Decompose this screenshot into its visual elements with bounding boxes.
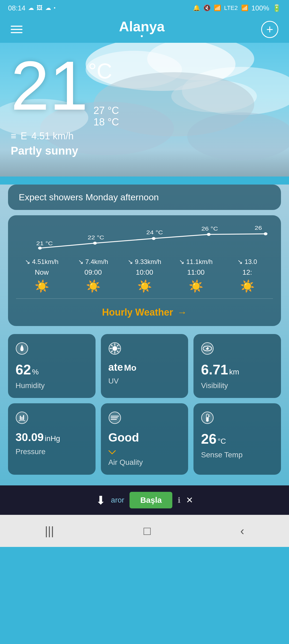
uv-icon: [108, 342, 181, 358]
svg-point-18: [264, 232, 268, 235]
status-bar: 08:14 ☁ 🖼 ☁ • 🔔 🔇 📶 LTE2 📶 100% 🔋: [0, 0, 289, 16]
humidity-value-row: 62 %: [16, 362, 88, 378]
visibility-icon: [201, 342, 273, 358]
hourly-icon-4: ☀️: [240, 279, 255, 293]
hourly-icon-0: ☀️: [35, 279, 49, 293]
hourly-time-2: 10:00: [136, 268, 153, 277]
hourly-wind-0: ↘ 4.51km/h: [25, 258, 58, 266]
signal-icon: 📶: [241, 5, 248, 11]
svg-rect-37: [23, 415, 24, 420]
svg-rect-36: [21, 417, 22, 420]
svg-point-15: [93, 242, 97, 245]
wind-row: ≡ E 4.51 km/h: [11, 131, 278, 142]
pressure-value: 30.09: [16, 431, 44, 444]
humidity-card: 62 % Humidity: [8, 334, 96, 398]
ad-logo: aror: [111, 496, 124, 504]
hourly-icon-2: ☀️: [137, 279, 152, 293]
humidity-value: 62: [16, 362, 31, 378]
hourly-divider: [16, 298, 273, 299]
hourly-icon-3: ☀️: [189, 279, 203, 293]
ad-close-button[interactable]: ✕: [186, 495, 193, 505]
hourly-wind-2: ↘ 9.33km/h: [128, 258, 161, 266]
hourly-wind-1: ↘ 7.4km/h: [78, 258, 108, 266]
nav-menu-button[interactable]: |||: [45, 524, 54, 538]
hourly-time-4: 12:: [242, 268, 252, 277]
nav-home-button[interactable]: □: [144, 524, 151, 538]
hourly-item: ↘ 13.0 12: ☀️: [222, 258, 273, 293]
menu-button[interactable]: [11, 26, 22, 33]
visibility-value: 6.71: [201, 362, 228, 378]
hourly-wind-4: ↘ 13.0: [237, 258, 257, 266]
hourly-wind-3: ↘ 11.1km/h: [179, 258, 212, 266]
ad-cta-button[interactable]: Başla: [130, 492, 172, 508]
add-city-button[interactable]: +: [261, 21, 278, 38]
hourly-item: ↘ 7.4km/h 09:00 ☀️: [67, 258, 119, 293]
uv-label: UV: [108, 377, 181, 385]
top-nav: Alanya • +: [0, 16, 289, 43]
time-display: 08:14: [8, 4, 25, 12]
svg-text:26: 26: [254, 225, 262, 231]
pressure-unit: inHg: [45, 434, 60, 443]
status-cloud2-icon: ☁: [45, 5, 51, 11]
main-temperature: 21: [11, 51, 88, 120]
temperature-row: 21 °C 27 °C 18 °C: [11, 51, 278, 128]
svg-text:22 °C: 22 °C: [88, 235, 104, 240]
svg-text:24 °C: 24 °C: [146, 230, 163, 236]
ad-bar: ⬇ aror Başla ℹ ✕: [0, 485, 289, 515]
svg-text:21 °C: 21 °C: [36, 240, 53, 246]
svg-point-33: [206, 347, 207, 348]
pressure-label: Pressure: [16, 447, 88, 456]
uv-value-row: ate Mo: [108, 362, 181, 373]
air-quality-label: Air Quality: [108, 458, 181, 467]
add-icon: +: [266, 23, 273, 36]
air-quality-value-row: Good: [108, 431, 181, 444]
weather-description: Partly sunny: [11, 144, 278, 157]
svg-point-45: [206, 419, 209, 422]
status-time: 08:14 ☁ 🖼 ☁ •: [8, 4, 55, 12]
hourly-arrow-icon: →: [177, 307, 187, 318]
bottom-nav: ||| □ ‹: [0, 515, 289, 547]
humidity-label: Humidity: [16, 381, 88, 390]
uv-mode2: Mo: [124, 363, 136, 373]
hourly-time-3: 11:00: [187, 268, 204, 277]
hourly-weather-link[interactable]: Hourly Weather →: [16, 304, 273, 321]
wind-icon: ≡: [11, 131, 16, 142]
svg-point-16: [152, 237, 155, 240]
nav-back-button[interactable]: ‹: [240, 524, 244, 538]
hourly-icon-1: ☀️: [86, 279, 101, 293]
hourly-item: ↘ 4.51km/h Now ☀️: [16, 258, 67, 293]
temp-chart: 21 °C 22 °C 24 °C 26 °C 26: [16, 223, 273, 255]
hourly-link-label: Hourly Weather: [102, 307, 173, 318]
svg-point-17: [207, 233, 211, 236]
uv-mode-label: ate: [108, 362, 123, 373]
hourly-time-1: 09:00: [84, 268, 102, 277]
svg-point-14: [38, 247, 42, 250]
uv-card: ate Mo UV: [101, 334, 188, 398]
pressure-card: 30.09 inHg Pressure: [8, 403, 96, 475]
battery-icon: 🔋: [272, 4, 281, 12]
sense-temp-icon: [201, 411, 273, 427]
visibility-unit: km: [229, 368, 239, 376]
info-circle-icon: ℹ: [178, 496, 181, 505]
wifi-icon: 📶: [214, 5, 221, 11]
battery-label: 100%: [252, 4, 269, 12]
weather-hero: 21 °C 27 °C 18 °C ≡ E 4.51 km/h Partly s…: [0, 43, 289, 177]
lte-label: LTE2: [224, 5, 238, 11]
visibility-value-row: 6.71 km: [201, 362, 273, 378]
visibility-card: 6.71 km Visibility: [193, 334, 281, 398]
city-dot: •: [140, 32, 143, 40]
air-quality-icon: [108, 411, 181, 427]
alert-text: Expect showers Monday afternoon: [19, 192, 159, 202]
humidity-icon: [16, 342, 88, 358]
temp-unit: °C: [88, 59, 119, 83]
mute-icon: 🔇: [203, 5, 211, 11]
temp-min: 18 °C: [93, 116, 119, 128]
hourly-item: ↘ 11.1km/h 11:00 ☀️: [170, 258, 222, 293]
hourly-time-0: Now: [35, 268, 49, 277]
status-cloud-icon: ☁: [28, 5, 34, 11]
status-image-icon: 🖼: [37, 5, 43, 11]
sense-temp-unit: °C: [218, 437, 226, 446]
hourly-items-row: ↘ 4.51km/h Now ☀️ ↘ 7.4km/h 09:00 ☀️ ↘ 9…: [16, 258, 273, 293]
sense-temp-card: 26 °C Sense Temp: [193, 403, 281, 475]
pressure-icon: [16, 411, 88, 427]
